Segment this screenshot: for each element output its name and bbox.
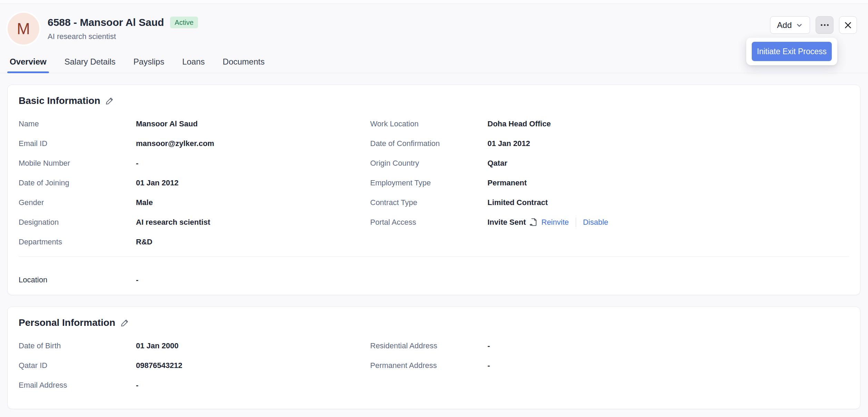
field-value: Mansoor Al Saud	[136, 119, 370, 129]
status-badge: Active	[170, 17, 198, 28]
tab-payslips[interactable]: Payslips	[133, 57, 165, 73]
field-row-date-of-joining: Date of Joining 01 Jan 2012	[19, 178, 370, 188]
more-actions-menu: Initiate Exit Process	[746, 38, 837, 65]
personal-information-card: Personal Information Date of Birth 01 Ja…	[7, 307, 860, 409]
field-row-date-of-birth: Date of Birth 01 Jan 2000	[19, 341, 370, 351]
field-row-work-location: Work Location Doha Head Office	[370, 119, 849, 129]
field-row-residential-address: Residential Address -	[370, 341, 849, 351]
field-row-designation: Designation AI research scientist	[19, 217, 370, 227]
field-value: mansoor@zylker.com	[136, 138, 370, 149]
field-label: Date of Confirmation	[370, 138, 487, 149]
disable-link[interactable]: Disable	[583, 217, 608, 227]
more-actions-button[interactable]	[816, 16, 834, 34]
basic-info-right-column: Work Location Doha Head Office Date of C…	[370, 119, 849, 256]
field-label: Date of Joining	[19, 178, 136, 188]
field-value: -	[136, 380, 370, 390]
field-row-qatar-id: Qatar ID 09876543212	[19, 360, 370, 371]
field-value: R&D	[136, 237, 370, 247]
field-row-permanent-address: Permanent Address -	[370, 360, 849, 371]
portal-access-value: Invite Sent Reinvite Disable	[487, 217, 849, 227]
field-label: Gender	[19, 197, 136, 208]
reinvite-link[interactable]: Reinvite	[541, 217, 569, 227]
field-label: Work Location	[370, 119, 487, 129]
close-button[interactable]	[839, 16, 857, 34]
field-row-location: Location -	[19, 275, 849, 285]
field-row-gender: Gender Male	[19, 197, 370, 208]
field-label: Residential Address	[370, 341, 487, 351]
field-value: -	[487, 341, 849, 351]
field-row-employment-type: Employment Type Permanent	[370, 178, 849, 188]
close-icon	[844, 21, 852, 30]
field-label: Mobile Number	[19, 158, 136, 168]
invite-document-eye-icon[interactable]	[529, 218, 537, 227]
field-row-origin-country: Origin Country Qatar	[370, 158, 849, 168]
field-row-departments: Departments R&D	[19, 237, 370, 247]
page-title: 6588 - Mansoor Al Saud	[48, 17, 164, 28]
field-label: Permanent Address	[370, 360, 487, 371]
field-label: Designation	[19, 217, 136, 227]
field-label: Qatar ID	[19, 360, 136, 371]
field-label: Email Address	[19, 380, 136, 390]
field-value: 01 Jan 2012	[136, 178, 370, 188]
field-value: 01 Jan 2000	[136, 341, 370, 351]
field-value: AI research scientist	[136, 217, 370, 227]
field-label: Location	[19, 275, 136, 285]
edit-pencil-icon	[105, 96, 114, 105]
field-value: Doha Head Office	[487, 119, 849, 129]
employee-header: M 6588 - Mansoor Al Saud Active AI resea…	[0, 4, 868, 45]
personal-info-left-column: Date of Birth 01 Jan 2000 Qatar ID 09876…	[19, 341, 370, 400]
top-border	[0, 0, 868, 4]
tabs-bar: Overview Salary Details Payslips Loans D…	[0, 57, 868, 73]
field-value: Permanent	[487, 178, 849, 188]
field-row-email-address: Email Address -	[19, 380, 370, 390]
link-divider	[576, 217, 576, 227]
field-label: Contract Type	[370, 197, 487, 208]
edit-personal-information-button[interactable]	[120, 318, 129, 327]
field-row-portal-access: Portal Access Invite Sent Reinvite Disab…	[370, 217, 849, 227]
field-label: Email ID	[19, 138, 136, 149]
portal-access-status: Invite Sent	[487, 217, 526, 227]
field-label: Origin Country	[370, 158, 487, 168]
add-button[interactable]: Add	[770, 16, 810, 34]
tab-overview[interactable]: Overview	[9, 57, 47, 73]
field-row-mobile-number: Mobile Number -	[19, 158, 370, 168]
personal-information-title: Personal Information	[19, 317, 115, 328]
chevron-down-icon	[796, 21, 803, 29]
field-value: 09876543212	[136, 360, 370, 371]
field-row-date-of-confirmation: Date of Confirmation 01 Jan 2012	[370, 138, 849, 149]
add-button-label: Add	[777, 20, 792, 30]
field-value: Limited Contract	[487, 197, 849, 208]
field-value: -	[136, 158, 370, 168]
initiate-exit-process-button[interactable]: Initiate Exit Process	[752, 42, 832, 61]
field-label: Date of Birth	[19, 341, 136, 351]
tab-salary-details[interactable]: Salary Details	[64, 57, 116, 73]
tab-loans[interactable]: Loans	[181, 57, 205, 73]
employee-header-text: 6588 - Mansoor Al Saud Active AI researc…	[48, 17, 198, 41]
field-value: -	[487, 360, 849, 371]
section-divider	[19, 256, 849, 257]
field-row-name: Name Mansoor Al Saud	[19, 119, 370, 129]
field-value: Male	[136, 197, 370, 208]
field-label: Employment Type	[370, 178, 487, 188]
personal-info-right-column: Residential Address - Permanent Address …	[370, 341, 849, 400]
field-label: Portal Access	[370, 217, 487, 227]
basic-information-card: Basic Information Name Mansoor Al Saud E…	[7, 85, 860, 295]
header-actions: Add	[770, 16, 857, 34]
avatar: M	[8, 13, 39, 45]
basic-info-left-column: Name Mansoor Al Saud Email ID mansoor@zy…	[19, 119, 370, 256]
field-row-contract-type: Contract Type Limited Contract	[370, 197, 849, 208]
tab-documents[interactable]: Documents	[222, 57, 265, 73]
field-row-email-id: Email ID mansoor@zylker.com	[19, 138, 370, 149]
ellipsis-icon	[821, 24, 822, 26]
field-label: Name	[19, 119, 136, 129]
field-value: -	[136, 275, 849, 285]
field-value: 01 Jan 2012	[487, 138, 849, 149]
basic-information-title: Basic Information	[19, 95, 100, 106]
employee-designation-subtitle: AI research scientist	[48, 32, 198, 41]
edit-pencil-icon	[120, 318, 129, 327]
edit-basic-information-button[interactable]	[105, 96, 114, 105]
field-value: Qatar	[487, 158, 849, 168]
field-label: Departments	[19, 237, 136, 247]
